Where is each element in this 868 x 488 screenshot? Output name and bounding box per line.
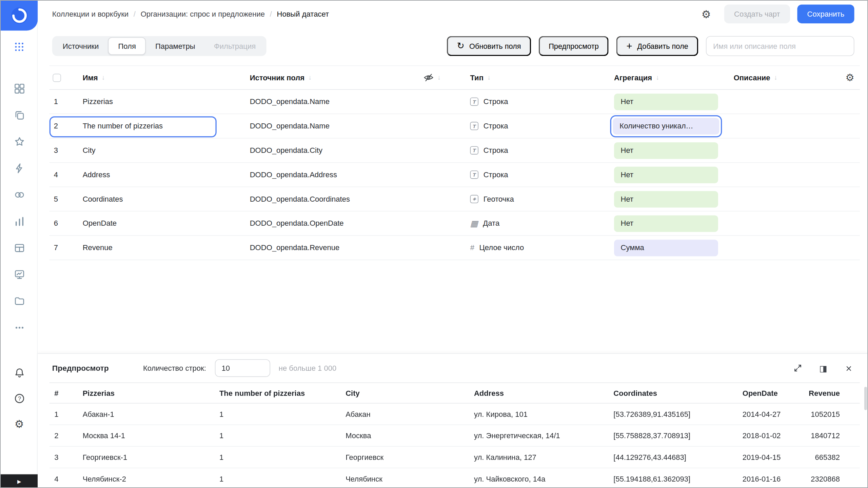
aggregation-select[interactable]: Нет	[614, 191, 718, 207]
settings-button[interactable]: ⚙	[10, 414, 29, 433]
column-header-type[interactable]: Тип↓	[468, 74, 614, 82]
sidebar-item-dashboards[interactable]	[10, 265, 29, 284]
preview-button[interactable]: Предпросмотр	[539, 36, 609, 56]
expand-preview-button[interactable]	[792, 363, 804, 374]
field-source: DODO_opendata.Address	[249, 170, 423, 179]
aggregation-select-focused[interactable]: Количество уникал…	[610, 115, 722, 137]
field-row-number: 6	[50, 219, 75, 227]
sort-arrow-icon[interactable]: ↓	[309, 74, 312, 82]
field-row[interactable]: 7 Revenue DODO_opendata.Revenue Целое чи…	[50, 236, 860, 260]
tab-fields[interactable]: Поля	[108, 37, 146, 55]
field-type[interactable]: Геоточка	[468, 195, 614, 203]
settings-gear-icon[interactable]: ⚙	[702, 9, 711, 19]
refresh-fields-button[interactable]: ↻ Обновить поля	[447, 36, 531, 56]
close-preview-button[interactable]: ×	[843, 363, 854, 374]
column-header-aggregation[interactable]: Агрегация↓	[614, 74, 734, 82]
sidebar-item-more[interactable]	[10, 318, 29, 337]
field-row[interactable]: 1 Pizzerias DODO_opendata.Name Строка Не…	[50, 90, 860, 114]
column-header-description[interactable]: Описание↓	[734, 74, 839, 82]
rows-count-input[interactable]	[215, 359, 270, 377]
tab-parameters[interactable]: Параметры	[146, 37, 204, 55]
aggregation-select[interactable]: Нет	[614, 142, 718, 159]
field-name[interactable]: Address	[75, 170, 249, 179]
add-field-label: Добавить поле	[637, 42, 688, 50]
create-chart-button[interactable]: Создать чарт	[724, 4, 790, 23]
field-source: DODO_opendata.Coordinates	[249, 195, 423, 203]
field-row[interactable]: 5 Coordinates DODO_opendata.Coordinates …	[50, 187, 860, 211]
field-type[interactable]: Строка	[468, 170, 614, 179]
field-type[interactable]: Целое число	[468, 244, 614, 252]
refresh-fields-label: Обновить поля	[469, 42, 521, 50]
tab-filtering[interactable]: Фильтрация	[204, 37, 265, 55]
add-field-button[interactable]: + Добавить поле	[616, 36, 698, 56]
star-icon	[14, 136, 25, 147]
aggregation-select[interactable]: Сумма	[614, 239, 718, 256]
field-name[interactable]: Pizzerias	[75, 98, 249, 106]
field-source: DODO_opendata.City	[249, 146, 423, 154]
sidebar-item-datasets[interactable]	[10, 185, 29, 204]
field-row[interactable]: 6 OpenDate DODO_opendata.OpenDate Дата Н…	[50, 211, 860, 236]
column-header-hidden[interactable]: ↓	[423, 73, 468, 82]
tab-sources[interactable]: Источники	[53, 37, 108, 55]
sort-arrow-icon[interactable]: ↓	[102, 74, 105, 82]
sort-arrow-icon[interactable]: ↓	[656, 74, 659, 82]
sidebar-item-connections[interactable]	[10, 159, 29, 178]
datalens-logo-icon	[10, 6, 29, 25]
sidebar-item-copies[interactable]	[10, 106, 29, 125]
play-icon: ▶	[17, 479, 21, 484]
breadcrumb-workbook[interactable]: Организации: спрос и предложение	[141, 10, 265, 18]
apps-grid-icon[interactable]	[15, 43, 24, 52]
field-row-number: 2	[50, 122, 75, 130]
preview-title: Предпросмотр	[52, 364, 109, 372]
sort-arrow-icon[interactable]: ↓	[437, 74, 441, 82]
field-search-input[interactable]	[706, 36, 854, 56]
sort-arrow-icon[interactable]: ↓	[774, 74, 777, 82]
preview-actions: ◨ ×	[792, 363, 854, 374]
sidebar-item-widgets[interactable]	[10, 79, 29, 98]
field-row-selected[interactable]: 2 The number of pizzerias DODO_opendata.…	[50, 114, 860, 139]
notifications-button[interactable]	[10, 364, 29, 383]
datalens-logo[interactable]	[1, 1, 38, 30]
sidebar-item-charts[interactable]	[10, 212, 29, 231]
breadcrumb-collections[interactable]: Коллекции и воркбуки	[52, 10, 129, 18]
aggregation-select[interactable]: Нет	[614, 93, 718, 110]
breadcrumb-separator: /	[134, 10, 136, 18]
field-name[interactable]: City	[75, 146, 249, 154]
save-button[interactable]: Сохранить	[797, 4, 854, 23]
help-button[interactable]: ?	[10, 389, 29, 408]
preview-scrollbar[interactable]	[864, 387, 867, 410]
sidebar-item-tables[interactable]	[10, 239, 29, 258]
field-name-editing[interactable]: The number of pizzerias	[75, 122, 249, 130]
more-icon	[14, 322, 25, 333]
bell-icon	[14, 367, 25, 379]
aggregation-select[interactable]: Нет	[614, 215, 718, 232]
preview-row: 3 Георгиевск-1 1 Георгиевск ул. Калинина…	[50, 447, 860, 468]
sidebar-item-favorites[interactable]	[10, 133, 29, 151]
preview-col-coordinates: Coordinates	[607, 389, 736, 397]
widgets-icon	[14, 83, 25, 94]
string-type-icon	[470, 122, 478, 130]
field-type[interactable]: Дата	[468, 219, 614, 227]
field-source: DODO_opendata.Name	[249, 98, 423, 106]
sort-arrow-icon[interactable]: ↓	[487, 74, 491, 82]
geopoint-type-icon	[470, 195, 478, 203]
collapse-panel-button[interactable]: ▶	[1, 474, 38, 488]
field-name[interactable]: Coordinates	[75, 195, 249, 203]
field-source: DODO_opendata.Revenue	[249, 244, 423, 252]
folder-icon	[14, 296, 25, 307]
field-row[interactable]: 3 City DODO_opendata.City Строка Нет	[50, 139, 860, 163]
aggregation-select[interactable]: Нет	[614, 166, 718, 183]
dock-preview-button[interactable]: ◨	[818, 363, 829, 374]
column-header-source[interactable]: Источник поля↓	[249, 74, 423, 82]
columns-settings-gear-icon[interactable]: ⚙	[839, 73, 860, 82]
column-header-name[interactable]: Имя↓	[75, 74, 249, 82]
field-type[interactable]: Строка	[468, 146, 614, 154]
field-type[interactable]: Строка	[468, 98, 614, 106]
field-type[interactable]: Строка	[468, 122, 614, 130]
string-type-icon	[470, 170, 478, 179]
field-name[interactable]: OpenDate	[75, 219, 249, 227]
field-name[interactable]: Revenue	[75, 244, 249, 252]
sidebar-item-storage[interactable]	[10, 292, 29, 311]
field-row[interactable]: 4 Address DODO_opendata.Address Строка Н…	[50, 163, 860, 187]
select-all-checkbox[interactable]	[53, 74, 61, 82]
